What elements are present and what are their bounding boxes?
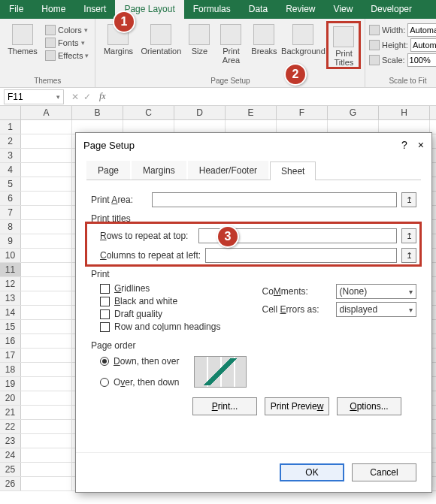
row-header[interactable]: 19 xyxy=(0,377,21,391)
bw-checkbox[interactable] xyxy=(100,297,110,306)
col-header[interactable]: G xyxy=(328,106,379,119)
col-header[interactable]: D xyxy=(174,106,226,119)
row-header[interactable]: 21 xyxy=(0,406,21,419)
row-header[interactable]: 2 xyxy=(0,134,21,148)
errors-select[interactable]: displayed▾ xyxy=(336,302,417,317)
row-header[interactable]: 17 xyxy=(0,349,21,362)
draft-checkbox[interactable] xyxy=(100,309,110,319)
row-header[interactable]: 14 xyxy=(0,306,21,319)
breaks-button[interactable]: Breaks xyxy=(248,21,280,56)
rowcol-checkbox[interactable] xyxy=(100,322,110,332)
row-header[interactable]: 12 xyxy=(0,277,21,291)
cell[interactable] xyxy=(21,320,72,333)
comments-select[interactable]: (None)▾ xyxy=(336,284,417,299)
themes-button[interactable]: Themes xyxy=(4,21,41,56)
col-header[interactable]: H xyxy=(379,106,430,119)
cell[interactable] xyxy=(21,391,72,405)
dialog-close-button[interactable]: × xyxy=(418,139,424,151)
print-area-button[interactable]: Print Area xyxy=(215,21,247,65)
cell[interactable] xyxy=(21,463,72,476)
options-button[interactable]: Options... xyxy=(337,397,401,415)
col-header[interactable]: E xyxy=(226,106,277,119)
cell[interactable] xyxy=(21,234,72,248)
col-header[interactable]: B xyxy=(72,106,123,119)
dialog-tab-page[interactable]: Page xyxy=(86,161,130,180)
print-preview-button[interactable]: Print Preview xyxy=(265,397,329,415)
effects-button[interactable]: Effects▾ xyxy=(43,50,91,62)
tab-developer[interactable]: Developer xyxy=(362,0,421,19)
dialog-tab-header-footer[interactable]: Header/Footer xyxy=(188,161,268,180)
row-header[interactable]: 6 xyxy=(0,192,21,205)
dialog-tab-margins[interactable]: Margins xyxy=(132,161,186,180)
ok-button[interactable]: OK xyxy=(280,463,344,481)
row-header[interactable]: 18 xyxy=(0,363,21,376)
tab-formulas[interactable]: Formulas xyxy=(184,0,240,19)
cell[interactable] xyxy=(21,192,72,205)
row-header[interactable]: 3 xyxy=(0,149,21,162)
cell[interactable] xyxy=(21,477,72,490)
rowcol-checkbox-row[interactable]: Row and column headings xyxy=(100,321,255,332)
row-header[interactable]: 24 xyxy=(0,448,21,462)
cell[interactable] xyxy=(21,120,72,134)
fonts-button[interactable]: Fonts▾ xyxy=(43,37,91,49)
bw-checkbox-row[interactable]: Black and white xyxy=(100,296,255,306)
row-header[interactable]: 11 xyxy=(0,263,21,276)
orientation-button[interactable]: Orientation xyxy=(138,21,183,56)
cell[interactable] xyxy=(21,177,72,191)
cell[interactable] xyxy=(21,291,72,305)
tab-home[interactable]: Home xyxy=(32,0,74,19)
over-then-down-radio-row[interactable]: Over, then down xyxy=(100,377,179,388)
row-header[interactable]: 10 xyxy=(0,249,21,262)
name-box[interactable]: F11 ▾ xyxy=(4,89,64,104)
cancel-formula-icon[interactable]: ✕ xyxy=(71,92,79,102)
cell[interactable] xyxy=(21,349,72,362)
scale-input[interactable] xyxy=(407,53,436,67)
dialog-help-button[interactable]: ? xyxy=(401,139,407,151)
cell[interactable] xyxy=(21,277,72,291)
down-then-over-radio-row[interactable]: Down, then over xyxy=(100,356,179,367)
col-header[interactable]: C xyxy=(123,106,174,119)
fx-icon[interactable]: fx xyxy=(99,91,106,102)
col-header[interactable]: A xyxy=(21,106,72,119)
cell[interactable] xyxy=(21,377,72,391)
height-input[interactable] xyxy=(410,38,436,52)
rows-repeat-range-button[interactable]: ↥ xyxy=(401,228,416,243)
cancel-button[interactable]: Cancel xyxy=(352,463,416,481)
draft-checkbox-row[interactable]: Draft quality xyxy=(100,309,255,319)
gridlines-checkbox[interactable] xyxy=(100,284,110,294)
cell[interactable] xyxy=(21,434,72,448)
down-then-over-radio[interactable] xyxy=(100,357,109,366)
cell[interactable] xyxy=(21,220,72,234)
tab-insert[interactable]: Insert xyxy=(74,0,115,19)
cell[interactable] xyxy=(21,406,72,419)
print-area-range-button[interactable]: ↥ xyxy=(401,192,416,207)
width-input[interactable] xyxy=(407,23,436,37)
cell[interactable] xyxy=(21,206,72,219)
row-header[interactable]: 20 xyxy=(0,391,21,405)
tab-data[interactable]: Data xyxy=(240,0,277,19)
background-button[interactable]: Background xyxy=(281,21,325,56)
select-all-corner[interactable] xyxy=(0,106,21,119)
row-header[interactable]: 23 xyxy=(0,434,21,448)
row-header[interactable]: 26 xyxy=(0,477,21,490)
row-header[interactable]: 13 xyxy=(0,291,21,305)
row-header[interactable]: 4 xyxy=(0,163,21,177)
over-then-down-radio[interactable] xyxy=(100,378,109,387)
row-header[interactable]: 8 xyxy=(0,220,21,234)
print-titles-button[interactable]: Print Titles xyxy=(326,21,361,69)
cell[interactable] xyxy=(21,420,72,433)
row-header[interactable]: 15 xyxy=(0,320,21,333)
tab-review[interactable]: Review xyxy=(277,0,324,19)
cell[interactable] xyxy=(21,134,72,148)
tab-file[interactable]: File xyxy=(0,0,32,19)
row-header[interactable]: 9 xyxy=(0,234,21,248)
cell[interactable] xyxy=(21,249,72,262)
dialog-tab-sheet[interactable]: Sheet xyxy=(270,161,316,180)
row-header[interactable]: 7 xyxy=(0,206,21,219)
row-header[interactable]: 25 xyxy=(0,463,21,476)
cols-repeat-input[interactable] xyxy=(205,248,397,263)
cell[interactable] xyxy=(21,306,72,319)
colors-button[interactable]: Colors▾ xyxy=(43,24,91,36)
name-box-dropdown-icon[interactable]: ▾ xyxy=(56,93,60,101)
print-button[interactable]: Print... xyxy=(192,397,257,415)
